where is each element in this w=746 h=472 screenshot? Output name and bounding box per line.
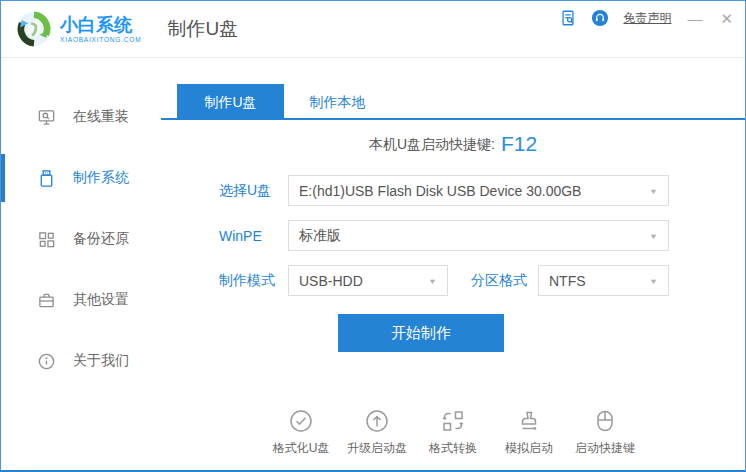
usb-drive-label: 选择U盘 xyxy=(219,182,288,200)
form-row-mode-partition: 制作模式 USB-HDD ▼ 分区格式 NTFS ▼ xyxy=(219,265,745,296)
sidebar-item-label: 在线重装 xyxy=(73,108,129,126)
boot-hotkey-label: 本机U盘启动快捷键: xyxy=(369,136,495,152)
util-label: 格式转换 xyxy=(429,440,477,457)
convert-icon xyxy=(440,408,466,434)
monitor-reinstall-icon xyxy=(37,108,56,127)
toolbox-icon xyxy=(37,291,56,310)
check-circle-icon xyxy=(288,408,314,434)
sidebar-item-make-system[interactable]: 制作系统 xyxy=(1,153,161,203)
page-title: 制作U盘 xyxy=(167,16,238,42)
mouse-icon xyxy=(592,408,618,434)
usb-drive-value: E:(hd1)USB Flash Disk USB Device 30.00GB xyxy=(299,183,581,199)
make-mode-value: USB-HDD xyxy=(299,273,363,289)
winpe-label: WinPE xyxy=(219,228,288,244)
chevron-down-icon: ▼ xyxy=(428,276,437,285)
util-label: 升级启动盘 xyxy=(347,440,407,457)
partition-format-value: NTFS xyxy=(549,273,586,289)
tab-bar: 制作U盘 制作本地 xyxy=(161,84,745,120)
util-boot-hotkey[interactable]: 启动快捷键 xyxy=(572,408,638,457)
util-label: 格式化U盘 xyxy=(273,440,330,457)
util-label: 模拟启动 xyxy=(505,440,553,457)
winpe-select[interactable]: 标准版 ▼ xyxy=(288,220,669,251)
logo-title: 小白系统 xyxy=(60,15,141,35)
sidebar-item-label: 其他设置 xyxy=(73,291,129,309)
util-simulate-boot[interactable]: 模拟启动 xyxy=(496,408,562,457)
stamp-icon xyxy=(516,408,542,434)
info-circle-icon xyxy=(37,352,56,371)
form-row-winpe: WinPE 标准版 ▼ xyxy=(219,220,745,251)
make-mode-select[interactable]: USB-HDD ▼ xyxy=(288,265,448,296)
support-headset-icon[interactable] xyxy=(591,9,609,27)
main-content: 制作U盘 制作本地 本机U盘启动快捷键:F12 选择U盘 E:(hd1)USB … xyxy=(161,58,745,470)
tab-make-local[interactable]: 制作本地 xyxy=(284,84,391,120)
util-label: 启动快捷键 xyxy=(575,440,635,457)
backup-grid-icon xyxy=(37,230,56,249)
boot-hotkey-value: F12 xyxy=(501,132,537,155)
close-button[interactable]: ✕ xyxy=(718,11,735,26)
sidebar-item-backup-restore[interactable]: 备份还原 xyxy=(1,214,161,264)
sidebar-item-label: 制作系统 xyxy=(73,169,129,187)
sidebar-item-label: 备份还原 xyxy=(73,230,129,248)
usb-make-form: 选择U盘 E:(hd1)USB Flash Disk USB Device 30… xyxy=(161,175,745,296)
disclaimer-link[interactable]: 免责声明 xyxy=(623,10,671,27)
chevron-down-icon: ▼ xyxy=(649,276,658,285)
titlebar-controls: 免责声明 — ✕ xyxy=(559,9,735,27)
form-row-usb-drive: 选择U盘 E:(hd1)USB Flash Disk USB Device 30… xyxy=(219,175,745,206)
sidebar-item-label: 关于我们 xyxy=(73,352,129,370)
partition-format-select[interactable]: NTFS ▼ xyxy=(538,265,669,296)
arrow-up-circle-icon xyxy=(364,408,390,434)
util-format-usb[interactable]: 格式化U盘 xyxy=(268,408,334,457)
util-upgrade-boot-disk[interactable]: 升级启动盘 xyxy=(344,408,410,457)
chevron-down-icon: ▼ xyxy=(649,186,658,195)
sidebar-item-other-settings[interactable]: 其他设置 xyxy=(1,275,161,325)
feedback-doc-icon[interactable] xyxy=(559,9,577,27)
minimize-button[interactable]: — xyxy=(685,11,704,26)
tab-make-usb[interactable]: 制作U盘 xyxy=(177,84,284,120)
util-format-convert[interactable]: 格式转换 xyxy=(420,408,486,457)
app-logo-icon xyxy=(15,10,53,48)
sidebar: 在线重装 制作系统 备份还原 xyxy=(1,58,161,470)
sidebar-item-about-us[interactable]: 关于我们 xyxy=(1,336,161,386)
usb-drive-icon xyxy=(37,169,56,188)
logo-subtitle: XIAOBAIXITONG.COM xyxy=(60,36,141,43)
chevron-down-icon: ▼ xyxy=(649,231,658,240)
sidebar-item-online-reinstall[interactable]: 在线重装 xyxy=(1,92,161,142)
boot-hotkey-row: 本机U盘启动快捷键:F12 xyxy=(161,129,745,159)
app-window: 免责声明 — ✕ 小白系统 XIAOBAIXITONG.COM 制作U盘 xyxy=(0,0,746,472)
winpe-value: 标准版 xyxy=(299,227,341,245)
start-make-button[interactable]: 开始制作 xyxy=(338,314,504,352)
utilities-bar: 格式化U盘 升级启动盘 格式转换 xyxy=(161,408,745,457)
usb-drive-select[interactable]: E:(hd1)USB Flash Disk USB Device 30.00GB… xyxy=(288,175,669,206)
partition-format-label: 分区格式 xyxy=(471,272,538,290)
make-mode-label: 制作模式 xyxy=(219,272,288,290)
logo-text: 小白系统 XIAOBAIXITONG.COM xyxy=(60,15,141,43)
